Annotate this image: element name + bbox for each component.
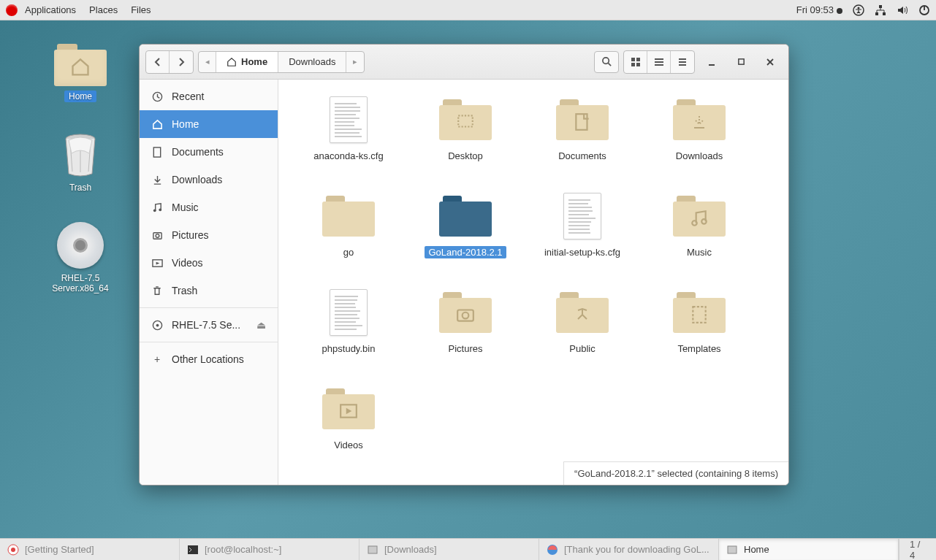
file-item[interactable]: Public [524, 284, 641, 380]
file-label: Desktop [444, 150, 487, 162]
sidebar-device[interactable]: RHEL-7.5 Se...⏏ [140, 311, 278, 339]
clock[interactable]: Fri 09:53 [796, 4, 842, 15]
eject-icon[interactable]: ⏏ [256, 319, 266, 331]
accessibility-icon[interactable] [853, 4, 864, 16]
task-firefox[interactable]: [Thank you for downloading GoL... [539, 539, 719, 560]
file-label: Downloads [672, 150, 726, 162]
status-bar: “GoLand-2018.2.1” selected (containing 8… [563, 461, 788, 485]
redhat-icon [6, 4, 18, 16]
svg-point-36 [692, 220, 697, 226]
document-icon [319, 94, 378, 145]
desktop-home[interactable]: Home [37, 44, 124, 102]
file-item[interactable]: Music [641, 188, 758, 284]
folder-icon [553, 94, 612, 145]
svg-rect-33 [458, 115, 473, 126]
music-icon [151, 202, 163, 213]
search-button[interactable] [594, 51, 619, 73]
folder-icon [436, 287, 495, 338]
firefox-icon [547, 544, 558, 556]
plus-icon: + [151, 353, 163, 365]
close-button[interactable] [758, 51, 783, 73]
svg-point-27 [159, 208, 161, 211]
sidebar: Recent Home Documents Downloads Music Pi… [140, 80, 278, 485]
file-label: Templates [674, 342, 724, 355]
disc-icon [151, 320, 163, 331]
volume-icon[interactable] [897, 4, 908, 16]
sidebar-videos[interactable]: Videos [140, 249, 278, 277]
file-item[interactable]: Documents [524, 91, 641, 188]
svg-point-32 [156, 323, 159, 326]
titlebar[interactable]: ◂ Home Downloads ▸ [140, 45, 788, 80]
document-icon [553, 191, 612, 242]
file-view[interactable]: anaconda-ks.cfgDesktopDocumentsDownloads… [278, 80, 788, 485]
svg-rect-40 [693, 307, 705, 323]
menu-applications[interactable]: Applications [25, 4, 76, 15]
svg-rect-4 [883, 12, 886, 15]
minimize-button[interactable] [699, 51, 724, 73]
svg-point-37 [701, 219, 707, 224]
file-item[interactable]: Videos [290, 380, 407, 477]
file-item[interactable]: initial-setup-ks.cfg [524, 188, 641, 284]
documents-icon [151, 147, 163, 158]
path-bar: ◂ Home Downloads ▸ [198, 51, 365, 73]
maximize-button[interactable] [728, 51, 753, 73]
file-label: initial-setup-ks.cfg [541, 246, 624, 258]
folder-icon [436, 191, 495, 242]
task-getting-started[interactable]: [Getting Started] [0, 539, 180, 560]
sidebar-downloads[interactable]: Downloads [140, 166, 278, 193]
home-icon [151, 119, 163, 130]
file-item[interactable]: GoLand-2018.2.1 [407, 188, 524, 284]
path-downloads[interactable]: Downloads [278, 52, 346, 72]
network-icon[interactable] [875, 4, 886, 16]
sidebar-recent[interactable]: Recent [140, 83, 278, 110]
sidebar-home[interactable]: Home [140, 110, 278, 138]
sidebar-trash[interactable]: Trash [140, 277, 278, 304]
folder-icon [436, 94, 495, 145]
file-label: go [340, 246, 357, 258]
svg-rect-34 [576, 114, 587, 130]
view-grid-button[interactable] [624, 51, 647, 73]
svg-rect-12 [631, 63, 635, 66]
path-next[interactable]: ▸ [346, 52, 364, 72]
sidebar-pictures[interactable]: Pictures [140, 221, 278, 249]
view-list-button[interactable] [647, 51, 671, 73]
file-item[interactable]: Templates [641, 284, 758, 380]
svg-point-29 [156, 234, 159, 237]
menu-places[interactable]: Places [89, 4, 118, 15]
folder-icon [670, 94, 728, 145]
desktop-disc[interactable]: RHEL-7.5 Server.x86_64 [37, 222, 124, 294]
svg-line-9 [608, 63, 611, 66]
task-home[interactable]: Home [719, 539, 899, 560]
task-terminal[interactable]: [root@localhost:~] [180, 539, 359, 560]
task-downloads[interactable]: [Downloads] [359, 539, 539, 560]
svg-rect-25 [153, 147, 160, 156]
desktop-trash[interactable]: Trash [37, 131, 124, 193]
folder-icon [670, 191, 728, 242]
sidebar-other[interactable]: +Other Locations [140, 345, 278, 373]
path-prev[interactable]: ◂ [199, 52, 216, 72]
desktop-home-label: Home [64, 91, 96, 102]
sidebar-documents[interactable]: Documents [140, 138, 278, 166]
forward-button[interactable] [170, 51, 193, 73]
file-item[interactable]: Pictures [407, 284, 524, 380]
path-home[interactable]: Home [216, 52, 278, 72]
menu-files[interactable]: Files [131, 4, 151, 15]
back-button[interactable] [146, 51, 170, 73]
file-item[interactable]: phpstudy.bin [290, 284, 407, 380]
power-icon[interactable] [918, 4, 930, 16]
svg-point-26 [153, 209, 156, 212]
files-icon [726, 544, 738, 556]
file-item[interactable]: Downloads [641, 91, 758, 188]
file-item[interactable]: Desktop [407, 91, 524, 188]
svg-point-8 [602, 58, 608, 64]
app-icon [7, 544, 19, 556]
file-item[interactable]: go [290, 188, 407, 284]
file-label: Documents [555, 150, 610, 162]
view-menu-button[interactable] [671, 51, 694, 73]
sidebar-music[interactable]: Music [140, 193, 278, 221]
file-item[interactable]: anaconda-ks.cfg [290, 91, 407, 188]
svg-rect-2 [879, 5, 882, 8]
trash-icon [60, 131, 101, 178]
workspace-indicator[interactable]: 1 / 4 [899, 539, 936, 560]
svg-rect-47 [728, 546, 737, 553]
